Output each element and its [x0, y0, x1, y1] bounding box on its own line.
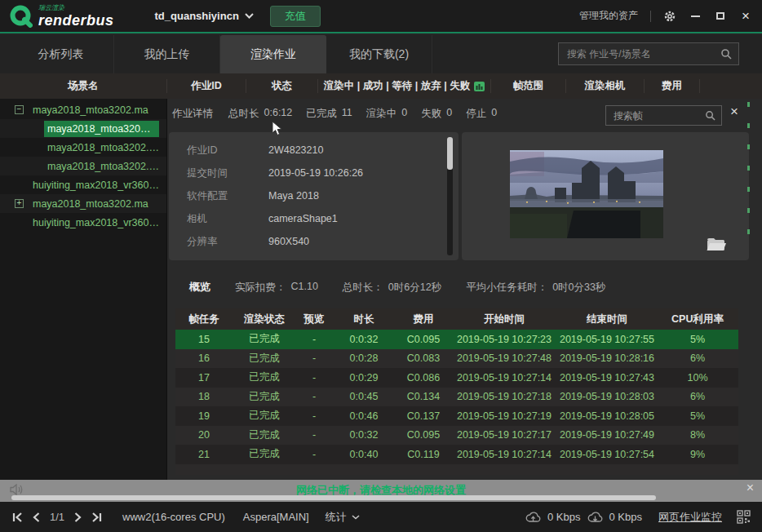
table-row[interactable]: 16 已完成 - 0:0:28 C0.083 2019-05-19 10:27:…	[175, 349, 738, 369]
frame-table-column[interactable]: 预览	[296, 313, 332, 326]
open-folder-button[interactable]	[707, 237, 726, 255]
cell-duration: 0:0:46	[332, 410, 396, 422]
tree-expander-icon[interactable]: −	[15, 105, 24, 114]
cell-cpu: 6%	[657, 391, 738, 402]
details-scrollbar[interactable]	[447, 137, 453, 255]
app-window: 瑞云渲染 renderbus td_quanshiyincn 充值 管理我的资产…	[0, 0, 762, 532]
frame-table-column[interactable]: 帧任务	[175, 313, 233, 326]
column-cost[interactable]: 费用	[645, 79, 700, 93]
qr-code-button[interactable]	[737, 510, 751, 524]
prev-page-button[interactable]	[32, 512, 41, 523]
scene-tree-item[interactable]: huiyiting_max2018_vr36003....	[0, 175, 166, 194]
manage-assets-link[interactable]: 管理我的资产	[579, 9, 638, 23]
tab-bar: 分析列表我的上传渲染作业我的下载(2)	[0, 35, 762, 73]
frame-table-column[interactable]: 渲染状态	[233, 313, 296, 326]
account-switcher[interactable]: td_quanshiyincn	[155, 10, 254, 22]
scene-name-label: maya2018_mtoa3202.ma..	[44, 140, 166, 156]
cell-cost: C0.134	[396, 391, 451, 402]
transfer-engine-selector[interactable]: Aspera[MAIN]	[243, 511, 309, 523]
job-info-label: 相机	[187, 212, 268, 226]
stats-dropdown[interactable]: 统计	[326, 510, 360, 525]
cell-duration: 0:0:28	[332, 352, 396, 364]
frame-table-column[interactable]: 时长	[332, 313, 396, 326]
maximize-button[interactable]	[714, 10, 727, 23]
first-page-button[interactable]	[11, 512, 24, 523]
column-scene-name[interactable]: 场景名	[0, 79, 167, 93]
table-row[interactable]: 18 已完成 - 0:0:45 C0.134 2019-05-19 10:27:…	[175, 388, 738, 407]
tab[interactable]: 我的下载(2)	[326, 35, 432, 73]
tree-expander-icon[interactable]: +	[15, 199, 24, 208]
table-row[interactable]: 15 已完成 - 0:0:32 C0.095 2019-05-19 10:27:…	[175, 330, 738, 349]
tab[interactable]: 渲染作业	[220, 35, 326, 73]
column-status-group[interactable]: 渲染中 | 成功 | 等待 | 放弃 | 失败	[318, 79, 491, 93]
render-preview-image[interactable]	[510, 150, 663, 238]
logo-en-text: renderbus	[38, 13, 114, 28]
detail-close-button[interactable]: ×	[730, 104, 738, 120]
render-node-selector[interactable]: www2(16-cores CPU)	[122, 511, 225, 523]
column-job-id[interactable]: 作业ID	[167, 79, 246, 93]
overview-stat-label: 平均小任务耗时：	[466, 281, 547, 295]
cell-cost: C0.137	[396, 410, 451, 422]
cell-end-time: 2019-05-19 10:27:55	[557, 334, 657, 345]
close-button[interactable]: ×	[739, 10, 752, 23]
search-icon[interactable]	[705, 110, 715, 121]
column-camera[interactable]: 渲染相机	[566, 79, 645, 93]
notification-close-button[interactable]: ×	[746, 481, 754, 495]
job-search-input[interactable]	[565, 47, 715, 60]
cell-end-time: 2019-05-19 10:27:49	[557, 429, 657, 441]
column-frame-range[interactable]: 帧范围	[491, 79, 566, 93]
frame-table-column[interactable]: 结束时间	[557, 313, 657, 326]
cell-cost: C0.086	[396, 372, 451, 383]
scene-tree-item[interactable]: maya2018_mtoa3202.ma..	[0, 119, 166, 138]
settings-button[interactable]	[663, 10, 676, 23]
cell-preview: -	[296, 410, 332, 422]
table-row[interactable]: 20 已完成 - 0:0:32 C0.095 2019-05-19 10:27:…	[175, 426, 738, 446]
horizontal-scrollbar-thumb[interactable]	[11, 495, 656, 500]
job-info-value: 2W4823210	[268, 144, 323, 156]
cell-cost: C0.119	[396, 449, 451, 460]
overview-stat-label: 实际扣费：	[235, 281, 286, 295]
details-scrollbar-thumb[interactable]	[447, 137, 453, 170]
frame-search-input[interactable]	[612, 109, 701, 122]
cell-start-time: 2019-05-19 10:27:14	[451, 372, 557, 383]
cell-cost: C0.095	[396, 429, 451, 441]
cell-render-status: 已完成	[233, 332, 296, 346]
cell-start-time: 2019-05-19 10:27:19	[451, 410, 557, 422]
cell-frame: 18	[175, 391, 233, 402]
table-row[interactable]: 19 已完成 - 0:0:46 C0.137 2019-05-19 10:27:…	[175, 406, 738, 426]
job-info-label: 软件配置	[187, 189, 268, 203]
column-status[interactable]: 状态	[246, 79, 318, 93]
job-info-row: 相机 cameraShape1	[169, 207, 459, 230]
cell-cpu: 5%	[657, 410, 738, 422]
cell-end-time: 2019-05-19 10:27:43	[557, 372, 657, 383]
scene-tree-item[interactable]: maya2018_mtoa3202.ma..	[0, 138, 166, 157]
detail-stat-label: 渲染中	[366, 107, 397, 121]
cell-preview: -	[296, 372, 332, 383]
detail-stat: 失败 0	[421, 107, 452, 121]
tab[interactable]: 分析列表	[8, 35, 114, 73]
cell-duration: 0:0:32	[332, 429, 396, 441]
scene-tree-item[interactable]: + maya2018_mtoa3202.ma	[0, 194, 166, 213]
tab[interactable]: 我的上传	[114, 35, 220, 73]
table-row[interactable]: 21 已完成 - 0:0:40 C0.119 2019-05-19 10:27:…	[175, 445, 738, 464]
table-row[interactable]: 17 已完成 - 0:0:29 C0.086 2019-05-19 10:27:…	[175, 368, 738, 388]
cell-end-time: 2019-05-19 10:28:03	[557, 391, 657, 402]
search-icon[interactable]	[720, 48, 732, 60]
scene-tree-item[interactable]: − maya2018_mtoa3202.ma	[0, 100, 166, 119]
next-page-button[interactable]	[73, 512, 82, 523]
minimize-button[interactable]	[689, 10, 702, 23]
scene-name-label: maya2018_mtoa3202.ma	[29, 196, 152, 212]
scene-tree-item[interactable]: maya2018_mtoa3202.ma..	[0, 157, 166, 175]
scene-name-label: huiyiting_max2018_vr36003....	[29, 215, 166, 231]
web-monitor-link[interactable]: 网页作业监控	[658, 510, 722, 525]
frame-table-column[interactable]: 开始时间	[451, 313, 557, 326]
pagination: 1/1	[11, 511, 103, 523]
job-search-box	[558, 42, 739, 65]
frame-table-column[interactable]: CPU利用率	[657, 313, 738, 326]
account-name: td_quanshiyincn	[155, 10, 239, 22]
frame-table-column[interactable]: 费用	[396, 313, 451, 326]
recharge-button[interactable]: 充值	[270, 6, 321, 27]
last-page-button[interactable]	[91, 512, 103, 523]
scene-tree-item[interactable]: huiyiting_max2018_vr36003....	[0, 213, 166, 232]
job-info-label: 分辨率	[187, 235, 268, 249]
